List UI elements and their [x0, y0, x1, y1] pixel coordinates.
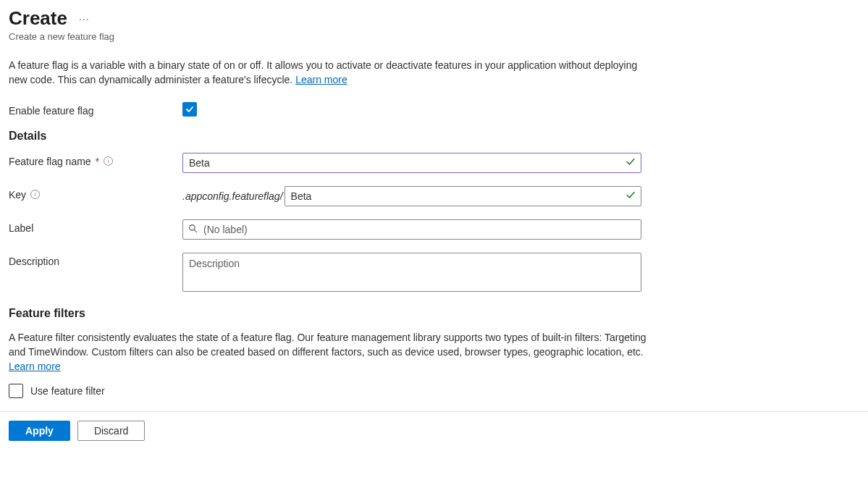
- description-input[interactable]: [182, 253, 641, 292]
- apply-button[interactable]: Apply: [9, 421, 70, 441]
- filters-text: A Feature filter consistently evaluates …: [9, 330, 653, 374]
- use-filter-checkbox[interactable]: [9, 384, 23, 398]
- footer-bar: Apply Discard: [0, 411, 868, 450]
- learn-more-link[interactable]: Learn more: [9, 361, 61, 372]
- learn-more-link[interactable]: Learn more: [295, 74, 347, 85]
- use-filter-label: Use feature filter: [30, 385, 105, 397]
- more-actions-icon[interactable]: ···: [79, 13, 90, 25]
- info-icon[interactable]: i: [30, 190, 40, 199]
- name-input[interactable]: [182, 153, 641, 173]
- description-label: Description: [9, 256, 59, 267]
- intro-text: A feature flag is a variable with a bina…: [9, 58, 639, 88]
- key-label: Key: [9, 189, 26, 201]
- name-label: Feature flag name: [9, 156, 91, 167]
- enable-flag-label: Enable feature flag: [9, 102, 182, 117]
- page-subtitle: Create a new feature flag: [9, 31, 859, 42]
- label-input[interactable]: [182, 219, 641, 240]
- check-icon: [185, 104, 195, 114]
- discard-button[interactable]: Discard: [77, 421, 145, 441]
- enable-flag-checkbox[interactable]: [182, 102, 197, 117]
- filters-section-header: Feature filters: [9, 307, 859, 320]
- key-input[interactable]: [285, 186, 641, 206]
- info-icon[interactable]: i: [104, 156, 113, 166]
- page-title: Create: [9, 7, 67, 30]
- details-section-header: Details: [9, 130, 859, 143]
- key-prefix: .appconfig.featureflag/: [182, 190, 283, 202]
- label-label: Label: [9, 222, 33, 234]
- required-indicator: *: [96, 156, 99, 167]
